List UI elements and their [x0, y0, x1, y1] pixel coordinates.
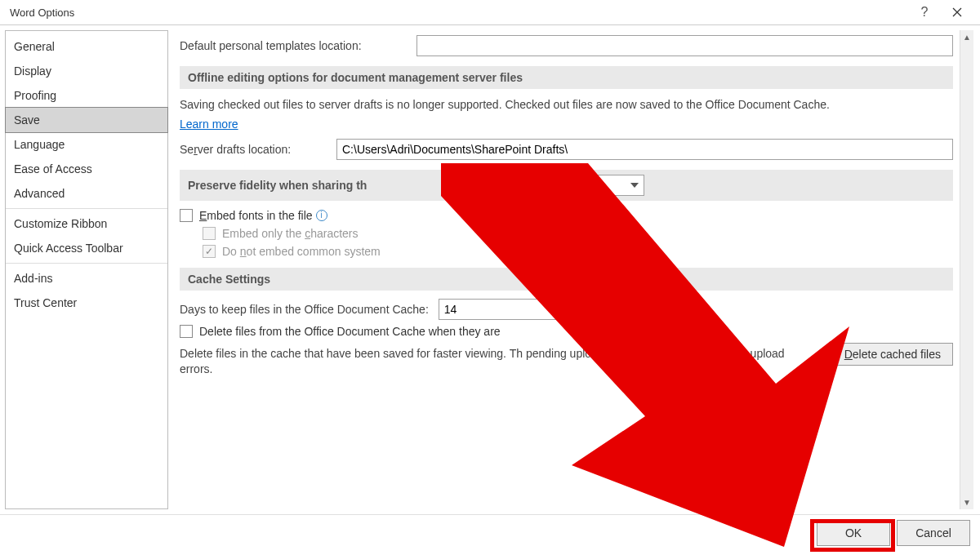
document-icon	[485, 178, 500, 193]
learn-more-link[interactable]: Learn more	[180, 118, 238, 131]
section-offline-heading: Offline editing options for document man…	[180, 66, 953, 89]
sidebar-separator	[6, 263, 167, 264]
delete-on-close-checkbox[interactable]	[180, 325, 193, 338]
no-common-fonts-label: Do not embed common system	[222, 245, 381, 258]
sidebar-item-general[interactable]: General	[6, 34, 167, 59]
options-panel: Default personal templates location: Off…	[180, 30, 953, 509]
delete-note: Delete files in the cache that have been…	[180, 346, 816, 377]
chevron-down-icon	[630, 183, 639, 188]
sidebar-item-language[interactable]: Language	[6, 132, 167, 157]
cache-days-input[interactable]	[439, 299, 593, 320]
section-fidelity-heading: Preserve fidelity when sharing th Docume…	[180, 170, 953, 201]
window-title: Word Options	[10, 7, 908, 19]
vertical-scrollbar[interactable]: ▲ ▼	[960, 30, 973, 509]
scroll-up-button[interactable]: ▲	[960, 30, 973, 44]
help-button[interactable]: ?	[908, 0, 941, 24]
server-drafts-label: Server drafts location:	[180, 143, 327, 156]
server-drafts-input[interactable]	[336, 139, 953, 160]
titlebar: Word Options ?	[0, 0, 980, 24]
embed-fonts-checkbox[interactable]	[180, 209, 193, 222]
templates-label: Default personal templates location:	[180, 39, 416, 52]
section-cache-heading: Cache Settings	[180, 268, 953, 291]
fidelity-heading-text: Preserve fidelity when sharing th	[188, 179, 367, 192]
cache-days-label: Days to keep files in the Office Documen…	[180, 303, 429, 316]
sidebar-item-ease-of-access[interactable]: Ease of Access	[6, 157, 167, 181]
sidebar-item-quick-access-toolbar[interactable]: Quick Access Toolbar	[6, 236, 167, 260]
fidelity-document-value: Document1	[503, 179, 562, 192]
delete-cached-files-button[interactable]: Delete cached files	[832, 343, 953, 366]
embed-chars-checkbox	[203, 227, 216, 240]
sidebar: General Display Proofing Save Language E…	[5, 30, 168, 509]
sidebar-item-customize-ribbon[interactable]: Customize Ribbon	[6, 211, 167, 236]
templates-input[interactable]	[416, 35, 953, 56]
scroll-down-button[interactable]: ▼	[960, 495, 973, 509]
ok-button[interactable]: OK	[817, 520, 890, 546]
sidebar-item-proofing[interactable]: Proofing	[6, 83, 167, 108]
no-common-fonts-checkbox	[203, 245, 216, 258]
dialog-footer: OK Cancel	[0, 514, 980, 550]
sidebar-item-add-ins[interactable]: Add-ins	[6, 266, 167, 291]
sidebar-item-display[interactable]: Display	[6, 59, 167, 83]
offline-note: Saving checked out files to server draft…	[180, 97, 953, 113]
sidebar-item-trust-center[interactable]: Trust Center	[6, 291, 167, 315]
delete-on-close-label: Delete files from the Office Document Ca…	[199, 325, 501, 338]
embed-chars-label: Embed only the characters educing file s…	[222, 227, 630, 240]
embed-fonts-label: Embed fonts in the file	[199, 209, 313, 222]
sidebar-separator	[6, 208, 167, 209]
close-button[interactable]	[941, 0, 973, 24]
info-icon[interactable]: i	[316, 210, 327, 221]
close-icon	[952, 7, 962, 17]
cancel-button[interactable]: Cancel	[897, 520, 970, 546]
fidelity-document-combo[interactable]: Document1	[481, 175, 644, 196]
sidebar-item-advanced[interactable]: Advanced	[6, 181, 167, 206]
sidebar-item-save[interactable]: Save	[5, 107, 168, 133]
